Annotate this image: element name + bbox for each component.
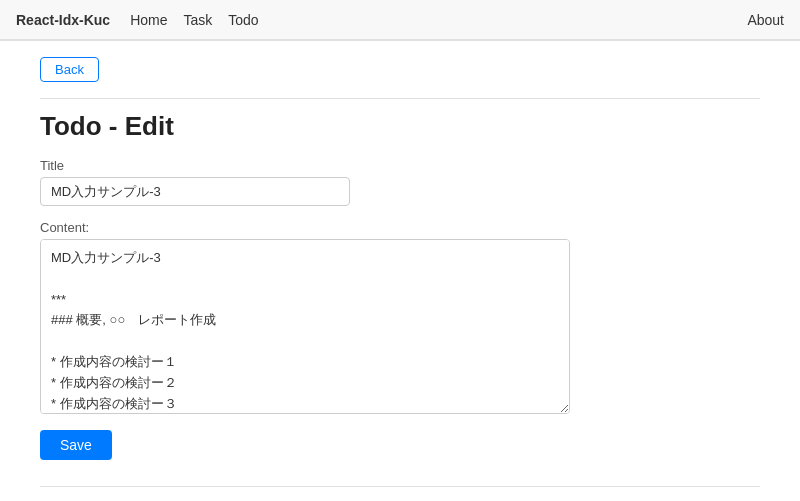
page-title: Todo - Edit [40,111,760,142]
back-button[interactable]: Back [40,57,99,82]
save-button[interactable]: Save [40,430,112,460]
navbar-link-home[interactable]: Home [130,8,167,32]
content-label: Content: [40,220,760,235]
main-content: Back Todo - Edit Title Content: MD入力サンプル… [0,41,800,501]
content-textarea[interactable]: MD入力サンプル-3 *** ### 概要, ○○ レポート作成 * 作成内容の… [40,239,570,414]
navbar: React-Idx-Kuc Home Task Todo About [0,0,800,40]
navbar-about[interactable]: About [747,12,784,28]
section-divider [40,486,760,487]
back-divider [40,98,760,99]
navbar-brand: React-Idx-Kuc [16,12,110,28]
navbar-link-task[interactable]: Task [184,8,213,32]
navbar-link-todo[interactable]: Todo [228,8,258,32]
navbar-links: Home Task Todo [130,8,747,32]
title-label: Title [40,158,760,173]
title-input[interactable] [40,177,350,206]
